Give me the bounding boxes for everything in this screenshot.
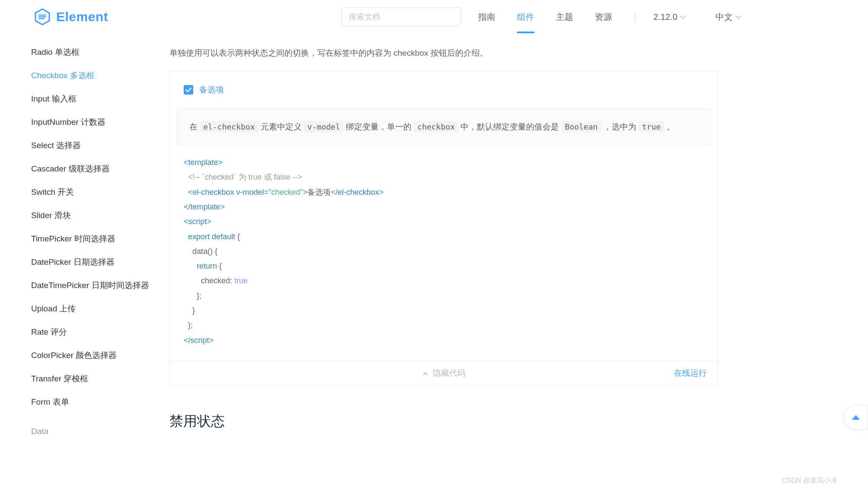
sidebar-item-checkbox[interactable]: Checkbox 多选框 bbox=[31, 64, 169, 87]
code-line: export default bbox=[184, 232, 235, 241]
hide-code-label: 隐藏代码 bbox=[433, 368, 466, 379]
sidebar-item-upload[interactable]: Upload 上传 bbox=[31, 297, 169, 320]
code-line: > bbox=[303, 188, 308, 196]
nav-separator: | bbox=[634, 12, 636, 22]
lang-label: 中文 bbox=[715, 11, 733, 23]
code-text: 备选项 bbox=[307, 188, 331, 196]
section-intro: 单独使用可以表示两种状态之间的切换，写在标签中的内容为 checkbox 按钮后… bbox=[169, 48, 718, 59]
triangle-up-icon bbox=[852, 415, 860, 420]
code-line: <!-- `checked` 为 true 或 false --> bbox=[184, 173, 302, 181]
tip-text: 在 bbox=[189, 122, 200, 131]
checkbox-box bbox=[184, 85, 193, 95]
version-select[interactable]: 2.12.0 bbox=[653, 12, 685, 22]
nav-resource[interactable]: 资源 bbox=[595, 1, 612, 33]
code-tag: el-checkbox bbox=[200, 121, 258, 132]
tip-text: 绑定变量，单一的 bbox=[344, 122, 414, 131]
lang-select[interactable]: 中文 bbox=[715, 11, 740, 23]
sidebar-item-rate[interactable]: Rate 评分 bbox=[31, 320, 169, 344]
code-tag: Boolean bbox=[562, 121, 601, 132]
code-line: } bbox=[184, 306, 195, 315]
code-line: { bbox=[217, 262, 222, 270]
chevron-down-icon bbox=[680, 13, 686, 19]
sidebar-item-input[interactable]: Input 输入框 bbox=[31, 87, 169, 111]
code-tag: v-model bbox=[304, 121, 344, 132]
sidebar-item-transfer[interactable]: Transfer 穿梭框 bbox=[31, 367, 169, 390]
back-to-top-button[interactable] bbox=[844, 405, 868, 429]
sidebar-item-datepicker[interactable]: DatePicker 日期选择器 bbox=[31, 250, 169, 274]
nav-component[interactable]: 组件 bbox=[517, 1, 534, 33]
sidebar-item-slider[interactable]: Slider 滑块 bbox=[31, 204, 169, 227]
code-line: </template> bbox=[184, 203, 225, 211]
sidebar: Radio 单选框 Checkbox 多选框 Input 输入框 InputNu… bbox=[31, 34, 169, 488]
sidebar-item-inputnumber[interactable]: InputNumber 计数器 bbox=[31, 111, 169, 134]
tip-text: 。 bbox=[664, 122, 675, 131]
code-line: <script> bbox=[184, 217, 211, 226]
demo-live: 备选项 bbox=[170, 71, 718, 108]
code-line: }; bbox=[184, 292, 201, 300]
code-str: "checked" bbox=[268, 188, 303, 196]
nav-theme[interactable]: 主题 bbox=[556, 1, 573, 33]
check-icon bbox=[185, 87, 191, 93]
logo[interactable]: Element bbox=[34, 8, 108, 25]
hide-code-button[interactable]: 隐藏代码 bbox=[422, 368, 466, 379]
header: Element 指南 组件 主题 资源 | 2.12.0 中文 bbox=[0, 0, 868, 34]
demo-code: <template> <!-- `checked` 为 true 或 false… bbox=[170, 146, 718, 361]
code-line: }; bbox=[184, 321, 193, 330]
sidebar-item-timepicker[interactable]: TimePicker 时间选择器 bbox=[31, 227, 169, 250]
sidebar-item-form[interactable]: Form 表单 bbox=[31, 390, 169, 414]
tip-text: 中，默认绑定变量的值会是 bbox=[458, 122, 562, 131]
code-tag: checkbox bbox=[414, 121, 458, 132]
code-line: checked: bbox=[184, 276, 234, 285]
main-content: 单独使用可以表示两种状态之间的切换，写在标签中的内容为 checkbox 按钮后… bbox=[169, 34, 749, 488]
sidebar-item-cascader[interactable]: Cascader 级联选择器 bbox=[31, 157, 169, 181]
code-line: <template> bbox=[184, 158, 223, 167]
chevron-down-icon bbox=[735, 13, 741, 19]
sidebar-item-radio[interactable]: Radio 单选框 bbox=[31, 41, 169, 64]
version-label: 2.12.0 bbox=[653, 12, 677, 22]
run-online-link[interactable]: 在线运行 bbox=[674, 368, 707, 379]
nav-guide[interactable]: 指南 bbox=[478, 1, 495, 33]
code-line: <el-checkbox v-model= bbox=[184, 188, 268, 196]
checkbox-example[interactable]: 备选项 bbox=[184, 84, 224, 95]
search-input[interactable] bbox=[341, 7, 461, 26]
code-line: return bbox=[184, 262, 217, 270]
section-disabled-title: 禁用状态 bbox=[169, 412, 718, 431]
demo-tip: 在 el-checkbox 元素中定义 v-model 绑定变量，单一的 che… bbox=[177, 108, 711, 146]
sidebar-item-switch[interactable]: Switch 开关 bbox=[31, 181, 169, 204]
code-line: { bbox=[235, 232, 240, 241]
caret-up-icon bbox=[422, 371, 428, 375]
tip-text: ，选中为 bbox=[601, 122, 639, 131]
code-tag: true bbox=[638, 121, 664, 132]
code-line: </el-checkbox> bbox=[331, 188, 383, 196]
code-line: data() { bbox=[184, 247, 217, 256]
demo-block: 备选项 在 el-checkbox 元素中定义 v-model 绑定变量，单一的… bbox=[169, 71, 718, 386]
element-logo-icon bbox=[34, 8, 51, 25]
code-line: </script> bbox=[184, 336, 214, 345]
sidebar-item-datetimepicker[interactable]: DateTimePicker 日期时间选择器 bbox=[31, 274, 169, 297]
checkbox-label: 备选项 bbox=[199, 84, 224, 95]
tip-text: 元素中定义 bbox=[258, 122, 304, 131]
demo-control-bar[interactable]: 隐藏代码 在线运行 bbox=[170, 361, 718, 386]
sidebar-category-data: Data bbox=[31, 414, 169, 436]
sidebar-item-select[interactable]: Select 选择器 bbox=[31, 134, 169, 157]
watermark: CSDN @菜鸟小木 bbox=[782, 476, 838, 485]
search-wrap bbox=[341, 7, 461, 26]
code-bool: true bbox=[234, 276, 248, 285]
sidebar-item-colorpicker[interactable]: ColorPicker 颜色选择器 bbox=[31, 344, 169, 367]
brand-name: Element bbox=[56, 10, 108, 24]
top-nav: 指南 组件 主题 资源 | bbox=[478, 1, 636, 33]
